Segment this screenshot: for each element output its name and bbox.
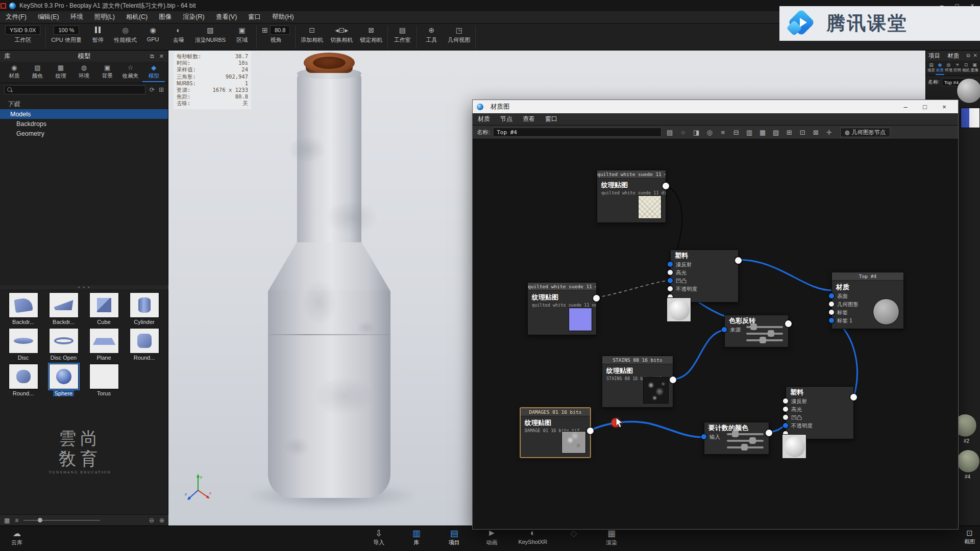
gpu-button[interactable]: ◉ GPU: [144, 26, 162, 42]
material-preview-swatch[interactable]: [961, 108, 980, 128]
studio-button[interactable]: ▤ 工作室: [393, 26, 411, 44]
denoise-button[interactable]: ◐ 去噪: [169, 26, 188, 44]
project-button[interactable]: ▤ 项目: [443, 528, 465, 546]
model-thumb-plane[interactable]: Plane: [84, 328, 124, 361]
render-button[interactable]: ▦ 渲染: [600, 528, 623, 546]
node-texture-stains[interactable]: STAINS 08 16 bits 纹理贴图 STAINS 08 16 bits…: [602, 356, 673, 408]
delete-icon[interactable]: ▦: [757, 129, 768, 136]
cloud-library-button[interactable]: ☁ 云库: [11, 529, 22, 546]
animation-button[interactable]: ► 动画: [481, 528, 503, 546]
graph-menu-material[interactable]: 材质: [473, 115, 495, 123]
output-port[interactable]: [735, 257, 742, 264]
float-panel-icon[interactable]: ⧉: [966, 53, 970, 59]
graph-menu-window[interactable]: 窗口: [540, 115, 562, 123]
close-panel-icon[interactable]: ✕: [973, 53, 977, 59]
tree-item-downloads[interactable]: 下载: [0, 99, 168, 109]
screenshot-button[interactable]: ⊡ 截图: [964, 529, 975, 545]
menu-window[interactable]: 窗口: [242, 11, 266, 23]
tree-item-backdrops[interactable]: Backdrops: [0, 119, 168, 129]
model-thumb-rounded1[interactable]: Round...: [124, 328, 164, 361]
minimize-icon[interactable]: –: [896, 101, 915, 113]
preview-icon[interactable]: ▧: [771, 129, 781, 136]
node-plastic-1[interactable]: 塑料 漫反射 高光 凹凸 不透明度 -: [670, 249, 739, 303]
tab-textures[interactable]: ▦ 纹理: [50, 64, 72, 81]
graph-menu-node[interactable]: 节点: [495, 115, 518, 123]
workspace-value[interactable]: YSID 9.0X: [5, 26, 40, 35]
menu-help[interactable]: 帮助(H): [266, 11, 299, 23]
close-icon[interactable]: ×: [935, 101, 954, 113]
node-texture-diffuse[interactable]: quilted white suede 11 ⋯ 纹理贴图 quilted wh…: [597, 170, 666, 223]
add-camera-button[interactable]: ⊡ 添加相机: [301, 26, 323, 44]
tab-backplates[interactable]: ▣ 背景: [96, 64, 118, 81]
material-preview-ball[interactable]: [957, 78, 980, 104]
region-button[interactable]: ▣ 区域: [233, 26, 251, 44]
tab-environments[interactable]: ◍ 环境: [73, 64, 95, 81]
add-material-icon[interactable]: ○: [678, 129, 688, 136]
add-utility-icon[interactable]: ≡: [718, 129, 728, 136]
performance-mode-button[interactable]: ◎ 性能模式: [114, 26, 137, 44]
tab-material[interactable]: ◉ 材质: [936, 62, 944, 75]
menu-view[interactable]: 查看(V): [210, 11, 243, 23]
tab-colors[interactable]: ▧ 颜色: [27, 64, 49, 81]
menu-file[interactable]: 文件(F): [0, 11, 32, 23]
geometry-view-button[interactable]: ◳ 几何视图: [448, 26, 470, 44]
node-material-root[interactable]: Top #4 材质 表面 几何图形 标签 标签 1: [831, 272, 904, 329]
library-button[interactable]: ▥ 库: [405, 528, 428, 546]
list-view-icon[interactable]: ▦: [4, 517, 10, 524]
node-graph-canvas[interactable]: quilted white suede 11 ⋯ 纹理贴图 quilted wh…: [473, 139, 958, 529]
model-thumb-disc-open[interactable]: Disc Open: [43, 328, 84, 361]
zoom-in-icon[interactable]: ⊕: [159, 517, 164, 524]
tab-environment[interactable]: ◍ 环境: [944, 62, 953, 75]
fov-value[interactable]: 80.8: [270, 26, 290, 35]
pan-icon[interactable]: ✛: [824, 129, 834, 136]
maximize-icon[interactable]: □: [915, 101, 935, 113]
menu-lighting[interactable]: 照明(L): [89, 11, 120, 23]
output-port[interactable]: [593, 295, 600, 302]
material-list-sphere[interactable]: [957, 449, 980, 473]
model-thumb-disc[interactable]: Disc: [3, 328, 43, 361]
menu-edit[interactable]: 编辑(E): [32, 11, 65, 23]
refresh-icon[interactable]: ⟳: [150, 86, 155, 93]
cpu-usage-control[interactable]: 100 % CPU 使用量: [51, 26, 81, 44]
geometry-nodes-toggle[interactable]: ◍ 几何图形节点: [840, 128, 890, 137]
lock-camera-button[interactable]: ⊠ 锁定相机: [360, 26, 382, 44]
menu-image[interactable]: 图像: [153, 11, 177, 23]
tools-button[interactable]: ⊕ 工具: [422, 26, 440, 44]
output-port[interactable]: [663, 183, 669, 189]
render-nurbs-button[interactable]: ▧ 渲染NURBS: [195, 26, 226, 44]
output-port[interactable]: [850, 394, 857, 400]
thumbnail-size-slider[interactable]: [23, 520, 100, 521]
fov-control[interactable]: ⊞ 80.8 视角: [262, 26, 290, 44]
save-icon[interactable]: ▤: [665, 129, 675, 136]
duplicate-icon[interactable]: ▥: [744, 129, 754, 136]
menu-camera[interactable]: 相机(C): [120, 11, 153, 23]
pause-button[interactable]: 暂停: [89, 26, 107, 44]
add-texture-icon[interactable]: ◨: [691, 129, 701, 136]
layout-icon[interactable]: ⊞: [784, 129, 794, 136]
close-panel-icon[interactable]: ✕: [159, 53, 164, 60]
graph-menu-view[interactable]: 查看: [518, 115, 540, 123]
folder-icon[interactable]: ⊞: [159, 86, 164, 93]
node-plastic-2[interactable]: 塑料 漫反射 高光 凹凸 不透明度 -: [786, 386, 854, 439]
node-color-invert[interactable]: 色彩反转 来源: [724, 315, 789, 347]
tree-item-models[interactable]: Models: [0, 109, 168, 119]
model-thumb-rounded2[interactable]: Round...: [3, 364, 43, 396]
panel-splitter[interactable]: ▪ ▪ ▪: [0, 285, 168, 289]
node-texture-damage[interactable]: DAMAGES 01 16 bits 纹理贴图 DAMAGE 01 16 bit…: [520, 408, 591, 458]
model-thumb-backdrop1[interactable]: Backdr...: [3, 292, 43, 325]
tree-item-geometry[interactable]: Geometry: [0, 129, 168, 138]
node-color-to-number[interactable]: 要计数的颜色 输入: [704, 422, 769, 455]
node-texture-normal[interactable]: quilted white suede 11 ⋯ 纹理贴图 quilted wh…: [527, 282, 597, 335]
output-port[interactable]: [670, 377, 676, 383]
switch-camera-button[interactable]: ◂⊡▸ 切换相机: [330, 26, 353, 44]
tab-materials[interactable]: ◉ 材质: [3, 64, 26, 81]
frame-icon[interactable]: ⊠: [811, 129, 821, 136]
tab-lighting[interactable]: ☀ 照明: [953, 62, 962, 75]
lock-icon[interactable]: ⊟: [731, 129, 741, 136]
grid-view-icon[interactable]: ≡: [15, 517, 18, 524]
model-thumb-sphere[interactable]: Sphere: [43, 364, 84, 396]
model-thumb-cylinder[interactable]: Cylinder: [124, 292, 164, 325]
tab-scene[interactable]: ▤ 场景: [927, 62, 936, 75]
tab-models[interactable]: ◆ 模型: [142, 64, 165, 82]
output-port[interactable]: [766, 430, 772, 436]
